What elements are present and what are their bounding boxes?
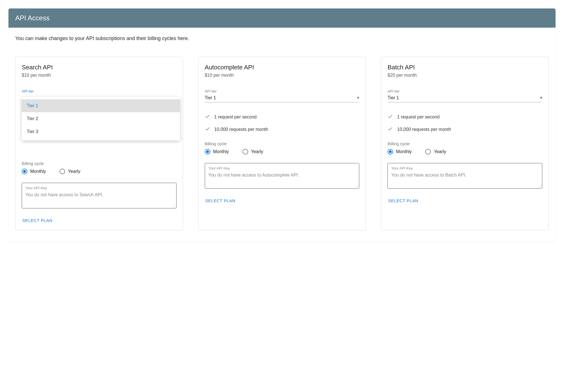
tier-select-value: Tier 1	[387, 95, 399, 100]
radio-label-monthly: Monthly	[30, 169, 46, 174]
radio-icon	[205, 149, 210, 155]
tier-option-tier-2[interactable]: Tier 2	[22, 112, 180, 125]
page-header: API Access	[8, 8, 556, 28]
tier-select-block: API tier Tier 1 ▾	[387, 89, 542, 102]
card-title: Autocomplete API	[205, 64, 360, 71]
billing-radio-group: Monthly Yearly	[205, 149, 360, 155]
api-key-placeholder: You do not have access to Batch API.	[391, 172, 539, 178]
tier-select-block: API tier Tier 1 ▾ Tier 1 Tier 2 Tier 3	[22, 89, 177, 102]
radio-icon	[387, 149, 393, 155]
tier-dropdown-menu: Tier 1 Tier 2 Tier 3	[22, 97, 180, 140]
card-title: Search API	[22, 64, 177, 71]
chevron-down-icon: ▾	[540, 95, 542, 100]
page-intro-text: You can make changes to your API subscri…	[8, 28, 556, 44]
check-icon	[205, 114, 210, 120]
api-key-textarea[interactable]: Your API Key You do not have access to A…	[205, 163, 360, 189]
radio-label-monthly: Monthly	[213, 149, 229, 154]
api-key-label: Your API Key	[25, 186, 173, 190]
feature-text: 10,000 requests per month	[214, 127, 268, 132]
radio-icon	[243, 149, 248, 155]
feature-text: 1 request per second	[397, 114, 439, 120]
radio-label-yearly: Yearly	[434, 149, 446, 154]
billing-radio-group: Monthly Yearly	[387, 149, 542, 155]
select-plan-button[interactable]: SELECT PLAN	[22, 216, 53, 224]
api-key-label: Your API Key	[391, 166, 539, 170]
api-access-page: API Access You can make changes to your …	[8, 8, 556, 242]
radio-icon	[60, 169, 65, 174]
billing-cycle-label: Billing cycle	[22, 161, 177, 166]
card-title: Batch API	[387, 64, 542, 71]
card-search-api: Search API $10 per month API tier Tier 1…	[15, 57, 183, 230]
billing-radio-monthly[interactable]: Monthly	[205, 149, 229, 155]
resize-handle-icon: ⋰	[172, 206, 176, 208]
api-key-placeholder: You do not have access to Search API.	[25, 192, 173, 198]
api-key-textarea[interactable]: Your API Key You do not have access to B…	[387, 163, 542, 189]
features-list: 1 request per second 10,000 requests per…	[205, 114, 360, 133]
resize-handle-icon: ⋰	[538, 186, 541, 188]
billing-cycle-label: Billing cycle	[387, 141, 542, 146]
billing-radio-monthly[interactable]: Monthly	[22, 169, 46, 174]
select-plan-button[interactable]: SELECT PLAN	[387, 197, 419, 205]
billing-cycle-label: Billing cycle	[205, 141, 360, 146]
card-price: $10 per month	[22, 73, 177, 78]
select-plan-button[interactable]: SELECT PLAN	[205, 197, 236, 205]
tier-label: API tier	[205, 89, 360, 93]
features-list: 1 request per second 10,000 requests per…	[387, 114, 542, 133]
api-key-label: Your API Key	[208, 166, 356, 170]
billing-radio-group: Monthly Yearly	[22, 169, 177, 174]
card-autocomplete-api: Autocomplete API $10 per month API tier …	[198, 57, 366, 230]
radio-icon	[22, 169, 27, 174]
feature-text: 10,000 requests per month	[397, 127, 451, 132]
card-batch-api: Batch API $20 per month API tier Tier 1 …	[381, 57, 549, 230]
feature-item: 1 request per second	[387, 114, 542, 120]
radio-label-yearly: Yearly	[68, 169, 80, 174]
feature-item: 1 request per second	[205, 114, 360, 120]
billing-radio-yearly[interactable]: Yearly	[60, 169, 80, 174]
tier-select-block: API tier Tier 1 ▾	[205, 89, 360, 102]
tier-select[interactable]: Tier 1 ▾	[205, 94, 360, 102]
billing-radio-yearly[interactable]: Yearly	[425, 149, 446, 155]
billing-radio-yearly[interactable]: Yearly	[243, 149, 263, 155]
radio-icon	[425, 149, 431, 155]
check-icon	[387, 114, 393, 120]
radio-label-monthly: Monthly	[396, 149, 412, 154]
check-icon	[387, 126, 393, 133]
chevron-down-icon: ▾	[357, 95, 359, 100]
tier-label: API tier	[387, 89, 542, 93]
feature-item: 10,000 requests per month	[387, 126, 542, 133]
card-price: $20 per month	[387, 73, 542, 78]
api-key-textarea[interactable]: Your API Key You do not have access to S…	[22, 183, 177, 208]
radio-label-yearly: Yearly	[251, 149, 263, 154]
resize-handle-icon: ⋰	[355, 186, 358, 188]
tier-label: API tier	[22, 89, 177, 93]
feature-text: 1 request per second	[214, 114, 257, 120]
tier-select[interactable]: Tier 1 ▾	[387, 94, 542, 102]
check-icon	[205, 126, 210, 133]
page-title: API Access	[15, 14, 549, 22]
feature-item: 10,000 requests per month	[205, 126, 360, 133]
plan-cards-row: Search API $10 per month API tier Tier 1…	[8, 44, 556, 242]
tier-select-value: Tier 1	[205, 95, 216, 100]
card-price: $10 per month	[205, 73, 360, 78]
tier-option-tier-1[interactable]: Tier 1	[22, 99, 180, 112]
tier-option-tier-3[interactable]: Tier 3	[22, 125, 180, 138]
api-key-placeholder: You do not have access to Autocomplete A…	[208, 172, 356, 178]
billing-radio-monthly[interactable]: Monthly	[387, 149, 412, 155]
